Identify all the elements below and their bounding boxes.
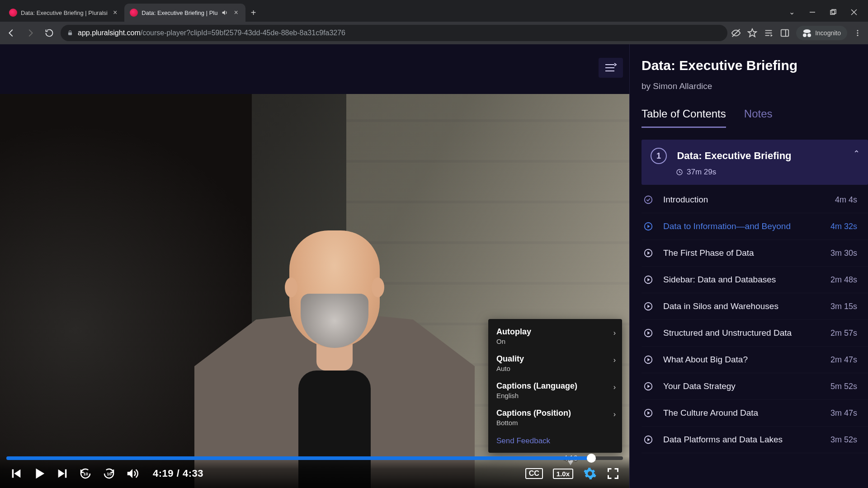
address-bar[interactable]: app.pluralsight.com/course-player?clipId… (61, 25, 727, 41)
browser-tab-2[interactable]: Data: Executive Briefing | Plu × (124, 4, 245, 22)
svg-marker-21 (14, 469, 20, 478)
browser-tab-1[interactable]: Data: Executive Briefing | Pluralsi × (4, 4, 124, 22)
clip-item[interactable]: Data Platforms and Data Lakes3m 52s (642, 427, 868, 453)
svg-marker-23 (58, 469, 65, 478)
settings-captions-position[interactable]: Captions (Position) Bottom › (488, 404, 622, 431)
chevron-up-icon: ⌃ (853, 149, 860, 159)
previous-button[interactable] (10, 467, 23, 480)
svg-rect-20 (12, 469, 14, 478)
clip-item[interactable]: The Culture Around Data3m 47s (642, 400, 868, 427)
closed-captions-button[interactable]: CC (525, 468, 543, 479)
nav-forward-button[interactable] (23, 25, 38, 41)
seek-progress (6, 456, 591, 460)
settings-label: Captions (Position) (496, 408, 614, 418)
browser-toolbar: app.pluralsight.com/course-player?clipId… (0, 22, 868, 44)
settings-button[interactable] (583, 467, 597, 480)
play-circle-icon (643, 408, 653, 418)
side-panel-icon[interactable] (780, 28, 790, 38)
svg-marker-0 (222, 10, 225, 15)
forward-10-button[interactable]: 10 (102, 467, 116, 480)
clip-duration: 3m 52s (830, 435, 857, 445)
audio-playing-icon[interactable] (221, 9, 228, 16)
svg-marker-22 (36, 469, 45, 479)
settings-quality[interactable]: Quality Auto › (488, 350, 622, 377)
clip-list: Introduction4m 4sData to Information—and… (642, 187, 868, 453)
reload-button[interactable] (42, 25, 57, 41)
new-tab-button[interactable]: + (245, 4, 262, 22)
seek-thumb[interactable] (587, 454, 596, 463)
play-circle-icon (643, 221, 653, 231)
sidebar-tabs: Table of Contents Notes (642, 108, 868, 128)
bookmark-star-icon[interactable] (747, 28, 757, 38)
volume-button[interactable] (126, 467, 139, 480)
settings-label: Captions (Language) (496, 381, 614, 391)
nav-back-button[interactable] (4, 25, 19, 41)
video-column: Autoplay On › Quality Auto › Captions (L… (0, 44, 629, 488)
playback-speed-button[interactable]: 1.0x (553, 469, 573, 479)
fullscreen-button[interactable] (607, 467, 619, 480)
video-player[interactable]: Autoplay On › Quality Auto › Captions (L… (0, 94, 629, 488)
tab-close-icon[interactable]: × (111, 9, 119, 17)
url-text: app.pluralsight.com/course-player?clipId… (78, 29, 345, 37)
check-circle-icon (643, 195, 653, 205)
reading-list-icon[interactable] (764, 28, 774, 38)
svg-marker-31 (647, 225, 650, 228)
play-circle-icon (643, 435, 653, 445)
tab-search-icon[interactable]: ⌄ (787, 6, 797, 18)
play-circle-icon (643, 328, 653, 338)
tab-close-icon[interactable]: × (232, 9, 240, 17)
seek-slider[interactable] (6, 456, 623, 460)
clip-item[interactable]: Your Data Strategy5m 52s (642, 373, 868, 400)
time-display: 4:19 / 4:33 (153, 468, 203, 479)
clip-item[interactable]: The First Phase of Data3m 30s (642, 240, 868, 267)
clip-item[interactable]: Data to Information—and Beyond4m 32s (642, 213, 868, 240)
kebab-menu-icon[interactable] (854, 29, 862, 37)
maximize-icon[interactable] (828, 7, 838, 17)
clip-item[interactable]: Data in Silos and Warehouses3m 15s (642, 293, 868, 320)
next-button[interactable] (56, 467, 69, 480)
app-root: Autoplay On › Quality Auto › Captions (L… (0, 44, 868, 488)
favicon-icon (130, 9, 138, 17)
clip-duration: 2m 57s (830, 328, 857, 338)
svg-point-16 (857, 35, 859, 36)
course-title: Data: Executive Briefing (642, 58, 868, 73)
svg-marker-33 (647, 251, 650, 254)
clip-duration: 3m 30s (830, 249, 857, 258)
settings-captions-language[interactable]: Captions (Language) English › (488, 377, 622, 404)
clip-title: What About Big Data? (663, 355, 821, 365)
tab-table-of-contents[interactable]: Table of Contents (642, 108, 726, 128)
play-circle-icon (643, 275, 653, 285)
minimize-icon[interactable] (807, 7, 817, 17)
send-feedback-link[interactable]: Send Feedback (488, 431, 622, 449)
clip-title: The First Phase of Data (663, 248, 821, 258)
close-window-icon[interactable] (849, 7, 859, 17)
clip-title: Your Data Strategy (663, 381, 821, 391)
toggle-sidebar-button[interactable] (599, 58, 623, 78)
svg-rect-12 (781, 30, 789, 37)
settings-autoplay[interactable]: Autoplay On › (488, 323, 622, 350)
clip-duration: 2m 48s (830, 275, 857, 285)
tab-notes[interactable]: Notes (744, 108, 773, 128)
settings-popover: Autoplay On › Quality Auto › Captions (L… (488, 319, 622, 453)
incognito-chip[interactable]: Incognito (796, 26, 847, 40)
module-header[interactable]: 1 Data: Executive Briefing 37m 29s ⌃ (642, 140, 868, 185)
chevron-right-icon: › (613, 410, 616, 418)
clip-item[interactable]: What About Big Data?2m 47s (642, 347, 868, 373)
module-duration: 37m 29s (687, 168, 716, 177)
tab-title: Data: Executive Briefing | Pluralsi (21, 9, 108, 16)
clip-title: The Culture Around Data (663, 408, 821, 418)
tracking-blocked-icon[interactable] (731, 28, 741, 38)
clip-item[interactable]: Introduction4m 4s (642, 187, 868, 213)
svg-marker-41 (647, 358, 650, 361)
clock-icon (676, 169, 683, 176)
clip-item[interactable]: Sidebar: Data and Databases2m 48s (642, 267, 868, 293)
clip-title: Data in Silos and Warehouses (663, 301, 821, 311)
svg-text:10: 10 (83, 471, 88, 476)
clip-title: Introduction (663, 195, 825, 205)
play-button[interactable] (33, 467, 46, 480)
rewind-10-button[interactable]: 10 (79, 467, 92, 480)
svg-marker-39 (647, 331, 650, 334)
clip-duration: 3m 15s (830, 302, 857, 311)
svg-rect-6 (68, 33, 72, 35)
clip-item[interactable]: Structured and Unstructured Data2m 57s (642, 320, 868, 347)
